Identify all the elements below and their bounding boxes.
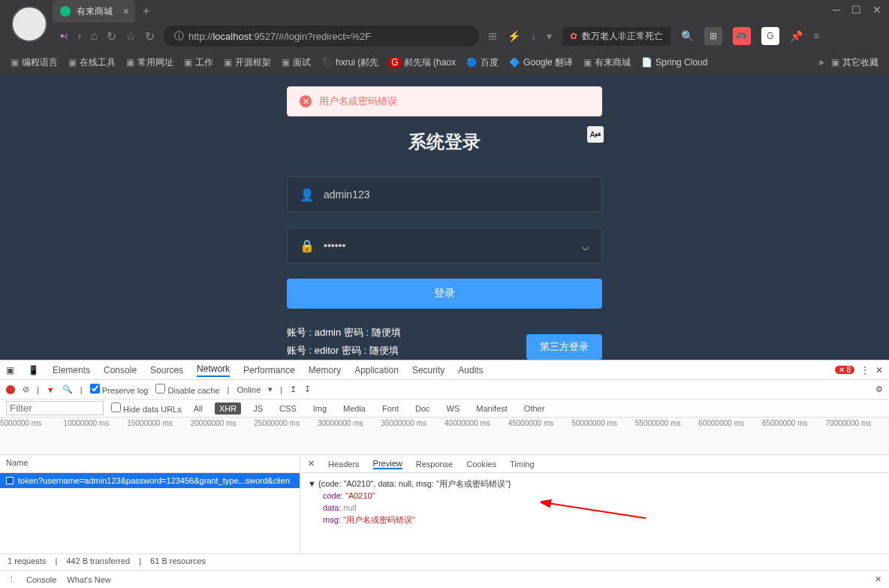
search-icon[interactable]: 🔍 — [681, 30, 694, 42]
error-message: ✕ 用户名或密码错误 — [287, 86, 602, 116]
login-button[interactable]: 登录 — [287, 279, 602, 309]
name-column-header[interactable]: Name — [0, 455, 300, 473]
gear-icon[interactable]: ⚙ — [875, 384, 883, 394]
close-drawer-icon[interactable]: ✕ — [875, 574, 881, 584]
console-drawer-icon[interactable]: ⋮ — [8, 574, 16, 584]
network-request-row[interactable]: token?username=admin123&password=123456&… — [0, 473, 300, 488]
ext-icon[interactable]: G — [761, 27, 779, 45]
bookmark-item[interactable]: ▣工作 — [181, 55, 216, 71]
tab-title: 有来商城 — [77, 5, 113, 18]
devtools-tab[interactable]: Application — [354, 365, 399, 375]
username-field[interactable] — [324, 188, 589, 201]
filter-type[interactable]: Doc — [411, 403, 435, 415]
bookmark-item[interactable]: ⚫hxrui (郝先 — [318, 55, 381, 71]
download-icon[interactable]: ↧ — [304, 384, 311, 394]
username-input[interactable]: 👤 — [287, 176, 602, 213]
new-icon[interactable]: ↻ — [107, 29, 116, 44]
bookmark-item[interactable]: ▣在线工具 — [65, 55, 119, 71]
profile-avatar[interactable] — [11, 6, 47, 42]
filter-type[interactable]: CSS — [275, 403, 301, 415]
filter-type[interactable]: Other — [520, 403, 550, 415]
filter-type[interactable]: Media — [339, 403, 370, 415]
request-icon — [6, 477, 14, 484]
chevron-icon[interactable]: ▾ — [547, 30, 552, 42]
headers-tab[interactable]: Headers — [328, 460, 360, 469]
minimize-icon[interactable]: ─ — [833, 4, 840, 16]
grid-icon[interactable]: ⊞ — [704, 27, 722, 45]
throttle-select[interactable]: Online — [237, 385, 261, 394]
timing-tab[interactable]: Timing — [510, 460, 535, 469]
whatsnew-tab[interactable]: What's New — [67, 575, 110, 584]
filter-type[interactable]: Font — [378, 403, 403, 415]
clear-icon[interactable]: ⊘ — [23, 384, 29, 394]
devtools-tab[interactable]: Sources — [150, 365, 183, 375]
browser-tab[interactable]: 有来商城 × — [53, 0, 135, 23]
flash-icon[interactable]: ⚡ — [508, 30, 520, 42]
game-icon[interactable]: 🎮 — [733, 27, 751, 45]
upload-icon[interactable]: ↥ — [290, 384, 297, 394]
filter-type[interactable]: Img — [309, 403, 331, 415]
bookmark-item[interactable]: 📄Spring Cloud — [638, 56, 710, 69]
bookmark-other[interactable]: ▣其它收藏 — [828, 55, 881, 71]
filter-input[interactable] — [6, 401, 104, 415]
close-panel-icon[interactable]: ✕ — [308, 459, 315, 469]
console-tab[interactable]: Console — [26, 575, 56, 584]
back-button[interactable]: •‹ — [60, 29, 68, 43]
record-button[interactable] — [6, 385, 15, 394]
devtools-tab[interactable]: Console — [104, 365, 137, 375]
filter-icon[interactable]: ▼ — [47, 385, 55, 394]
eye-icon[interactable]: ᴗ — [582, 239, 589, 253]
forward-button[interactable]: › — [77, 29, 81, 43]
device-icon[interactable]: 📱 — [28, 365, 39, 375]
filter-type[interactable]: WS — [442, 403, 465, 415]
hide-urls-checkbox[interactable]: Hide data URLs — [111, 403, 182, 414]
url-input[interactable]: ⓘ http://localhost:9527/#/login?redirect… — [164, 26, 479, 47]
devtools-tab[interactable]: Elements — [53, 365, 90, 375]
bookmark-item[interactable]: 🔵百度 — [463, 55, 502, 71]
filter-type[interactable]: All — [189, 403, 207, 415]
response-tab[interactable]: Response — [416, 460, 454, 469]
devtools-tab-network[interactable]: Network — [197, 363, 230, 377]
qr-icon[interactable]: ⊞ — [488, 30, 497, 42]
close-icon[interactable]: × — [123, 5, 129, 17]
bookmark-item[interactable]: ▣常用网址 — [123, 55, 176, 71]
new-tab-button[interactable]: + — [143, 5, 149, 18]
password-field[interactable] — [324, 240, 573, 252]
maximize-icon[interactable]: ☐ — [851, 4, 861, 16]
settings-icon[interactable]: ⋮ — [860, 365, 869, 375]
bookmark-item[interactable]: ▣编程语言 — [8, 55, 61, 71]
close-window-icon[interactable]: ✕ — [872, 4, 881, 16]
pin-icon[interactable]: 📌 — [790, 30, 803, 42]
filter-type[interactable]: JS — [249, 403, 267, 415]
bookmark-item[interactable]: 🔷Google 翻译 — [506, 55, 576, 71]
star-icon[interactable]: ☆ — [125, 29, 136, 44]
bookmark-item[interactable]: ▣开源框架 — [221, 55, 274, 71]
download-icon[interactable]: ↓ — [531, 30, 536, 42]
third-party-login-button[interactable]: 第三方登录 — [526, 334, 602, 360]
search-icon[interactable]: 🔍 — [62, 384, 73, 394]
bookmark-item[interactable]: G郝先瑞 (haox — [386, 55, 459, 71]
inspect-icon[interactable]: ▣ — [6, 365, 14, 375]
password-input[interactable]: 🔒 ᴗ — [287, 228, 602, 264]
refresh-icon[interactable]: ↻ — [145, 29, 155, 44]
news-widget[interactable]: ✿数万老人非正常死亡 — [562, 27, 671, 46]
preview-tab[interactable]: Preview — [373, 459, 402, 469]
language-icon[interactable]: A⇄ — [587, 126, 604, 143]
bookmark-item[interactable]: ▣有来商城 — [580, 55, 634, 71]
menu-icon[interactable]: ≡ — [813, 30, 819, 42]
devtools-tab[interactable]: Audits — [458, 365, 483, 375]
cookies-tab[interactable]: Cookies — [466, 460, 496, 469]
filter-type[interactable]: Manifest — [472, 403, 512, 415]
error-count-badge[interactable]: ✕ 8 — [835, 366, 854, 374]
devtools-tab[interactable]: Security — [412, 365, 444, 375]
bookmark-item[interactable]: ▣面试 — [279, 55, 314, 71]
network-timeline[interactable]: 5000000 ms10000000 ms15000000 ms20000000… — [0, 418, 889, 455]
home-icon[interactable]: ⌂ — [90, 29, 98, 43]
close-devtools-icon[interactable]: ✕ — [875, 365, 883, 375]
devtools-tab[interactable]: Performance — [243, 365, 295, 375]
preserve-log-checkbox[interactable]: Preserve log — [90, 384, 149, 395]
more-icon[interactable]: » — [818, 57, 824, 68]
disable-cache-checkbox[interactable]: Disable cache — [155, 384, 219, 395]
filter-type-xhr[interactable]: XHR — [215, 403, 241, 415]
devtools-tab[interactable]: Memory — [309, 365, 341, 375]
